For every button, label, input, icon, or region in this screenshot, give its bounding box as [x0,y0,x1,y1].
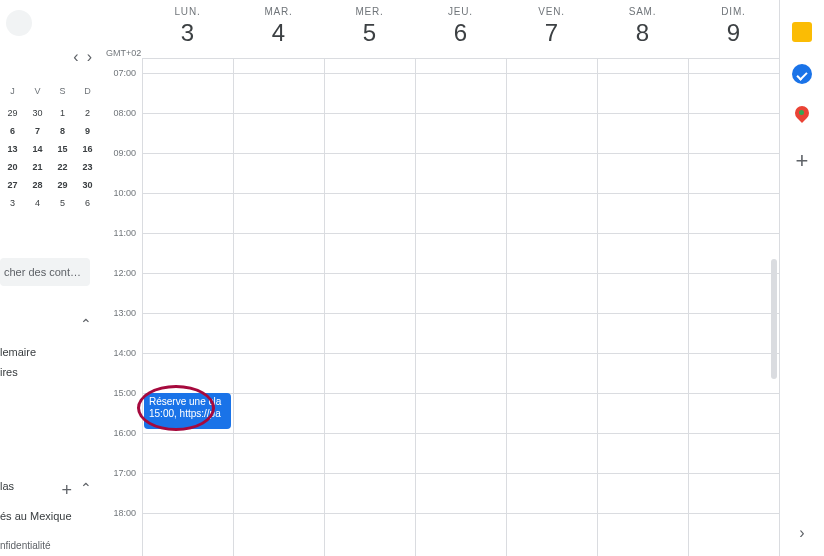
mini-day[interactable]: 1 [50,108,75,118]
mini-dow: S [50,86,75,96]
day-header[interactable]: MER.5 [324,0,415,58]
mini-day[interactable]: 29 [50,180,75,190]
day-header[interactable]: JEU.6 [415,0,506,58]
search-contacts-input[interactable]: cher des cont… [0,258,90,286]
day-columns[interactable]: Réserve une cla15:00, https://pa [142,59,779,556]
day-header-row: LUN.3MAR.4MER.5JEU.6VEN.7SAM.8DIM.9 [142,0,779,59]
calendar-item[interactable]: ires [0,362,100,382]
mini-day[interactable]: 4 [25,198,50,208]
hour-label: 16:00 [113,428,136,438]
hour-label: 09:00 [113,148,136,158]
day-header[interactable]: SAM.8 [597,0,688,58]
chevron-up-icon[interactable]: ⌃ [80,316,92,332]
tasks-icon[interactable] [792,64,812,84]
avatar[interactable] [6,10,32,36]
hour-label: 15:00 [113,388,136,398]
footer-links: nfidentialité [0,540,100,551]
mini-day[interactable]: 28 [25,180,50,190]
day-column[interactable] [597,59,688,556]
privacy-link[interactable]: nfidentialité [0,536,51,555]
mini-day[interactable]: 9 [75,126,100,136]
add-calendar-icon[interactable]: + [61,480,72,501]
day-header[interactable]: VEN.7 [506,0,597,58]
day-column[interactable] [688,59,779,556]
hour-label: 14:00 [113,348,136,358]
mini-day[interactable]: 20 [0,162,25,172]
day-column[interactable]: Réserve une cla15:00, https://pa [142,59,233,556]
calendar-list: lemaire ires [0,342,100,382]
day-header[interactable]: LUN.3 [142,0,233,58]
hour-label: 08:00 [113,108,136,118]
sidebar: ‹ › J V S D 2930126789131415162021222327… [0,0,100,556]
mini-dow: J [0,86,25,96]
mini-day[interactable]: 8 [50,126,75,136]
mini-day[interactable]: 6 [0,126,25,136]
section-label: las [0,476,14,496]
hour-label: 17:00 [113,468,136,478]
mini-day[interactable]: 13 [0,144,25,154]
hour-label: 18:00 [113,508,136,518]
side-panel: + › [779,0,824,556]
timezone-label: GMT+02 [106,48,141,58]
mini-day[interactable]: 21 [25,162,50,172]
scrollbar-thumb[interactable] [771,259,777,379]
mini-day[interactable]: 30 [75,180,100,190]
mini-day[interactable]: 23 [75,162,100,172]
hour-label: 13:00 [113,308,136,318]
day-column[interactable] [415,59,506,556]
mini-day[interactable]: 29 [0,108,25,118]
day-column[interactable] [324,59,415,556]
day-header[interactable]: DIM.9 [688,0,779,58]
mini-day[interactable]: 15 [50,144,75,154]
day-header[interactable]: MAR.4 [233,0,324,58]
hour-label: 11:00 [113,228,136,238]
mini-day[interactable]: 5 [50,198,75,208]
calendar-main: GMT+02 LUN.3MAR.4MER.5JEU.6VEN.7SAM.8DIM… [100,0,779,556]
mini-day[interactable]: 14 [25,144,50,154]
add-panel-icon[interactable]: + [796,148,809,174]
mini-day[interactable]: 22 [50,162,75,172]
next-month-icon[interactable]: › [85,46,94,68]
prev-month-icon[interactable]: ‹ [71,46,80,68]
mini-cal-header: J V S D [0,86,100,96]
search-placeholder: cher des cont… [4,266,81,278]
chevron-right-icon[interactable]: › [799,524,804,542]
maps-icon[interactable] [794,106,810,126]
hour-label: 12:00 [113,268,136,278]
calendar-item[interactable]: és au Mexique [0,506,100,526]
mini-day[interactable]: 3 [0,198,25,208]
day-column[interactable] [233,59,324,556]
keep-icon[interactable] [792,22,812,42]
mini-day[interactable]: 30 [25,108,50,118]
calendar-grid: 07:0008:0009:0010:0011:0012:0013:0014:00… [100,59,779,556]
mini-day[interactable]: 2 [75,108,100,118]
time-axis: 07:0008:0009:0010:0011:0012:0013:0014:00… [100,59,142,556]
mini-day[interactable]: 16 [75,144,100,154]
hour-label: 07:00 [113,68,136,78]
section-other-calendars: las + ⌃ [0,480,100,492]
chevron-up-icon[interactable]: ⌃ [80,480,92,496]
day-column[interactable] [506,59,597,556]
other-calendar-list: és au Mexique [0,506,100,526]
mini-dow: D [75,86,100,96]
mini-cal-nav: ‹ › [71,46,94,68]
mini-calendar[interactable]: 29301267891314151620212223272829303456 [0,104,100,212]
calendar-item[interactable]: lemaire [0,342,100,362]
mini-dow: V [25,86,50,96]
hour-label: 10:00 [113,188,136,198]
mini-day[interactable]: 27 [0,180,25,190]
mini-day[interactable]: 6 [75,198,100,208]
calendar-event[interactable]: Réserve une cla15:00, https://pa [144,393,231,429]
mini-day[interactable]: 7 [25,126,50,136]
